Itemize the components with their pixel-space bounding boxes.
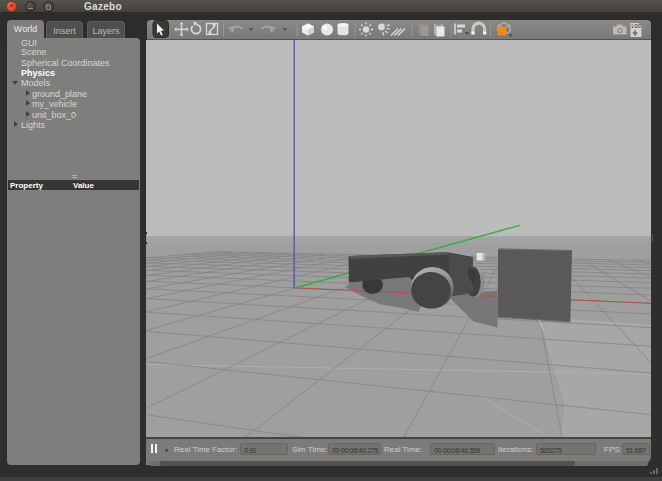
svg-text:LOG: LOG bbox=[632, 24, 642, 29]
